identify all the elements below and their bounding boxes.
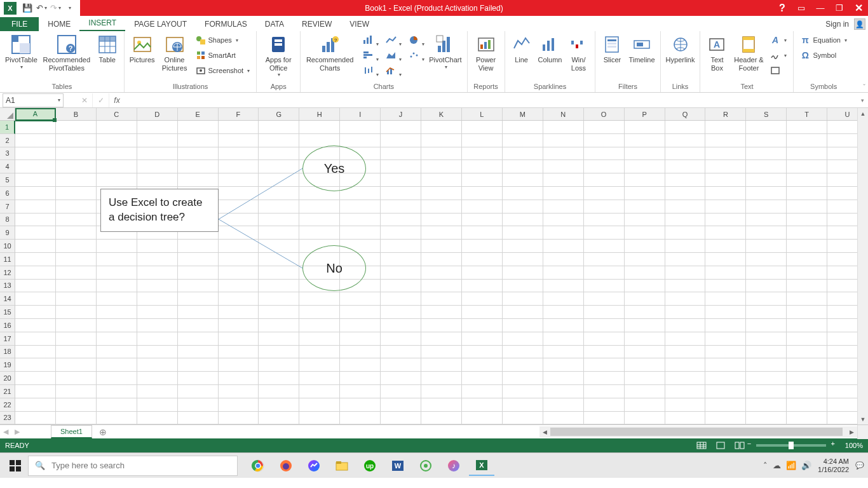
column-header-H[interactable]: H (299, 108, 340, 120)
row-header-16[interactable]: 16 (0, 319, 15, 332)
cell-G14[interactable] (259, 292, 299, 306)
cell-M9[interactable] (503, 226, 543, 240)
wordart-button[interactable]: A▾ (768, 33, 789, 47)
cell-D5[interactable] (137, 173, 178, 187)
cell-L3[interactable] (462, 147, 503, 161)
column-header-I[interactable]: I (340, 108, 381, 120)
cell-E17[interactable] (178, 332, 219, 346)
cell-I2[interactable] (340, 134, 381, 147)
cell-R16[interactable] (705, 319, 746, 332)
cell-K18[interactable] (421, 346, 462, 359)
cell-H18[interactable] (299, 346, 340, 359)
no-oval[interactable]: No (302, 245, 366, 291)
cell-C14[interactable] (97, 292, 137, 306)
cell-L19[interactable] (462, 358, 503, 372)
minimize-button[interactable]: — (811, 0, 830, 16)
cell-J9[interactable] (381, 226, 421, 240)
cell-C5[interactable] (97, 173, 137, 187)
cell-S10[interactable] (746, 240, 787, 253)
cell-N4[interactable] (543, 160, 584, 173)
cell-B13[interactable] (56, 280, 97, 293)
cell-Q3[interactable] (665, 147, 706, 161)
row-header-3[interactable]: 3 (0, 147, 15, 161)
cell-D12[interactable] (137, 266, 178, 280)
cell-D23[interactable] (137, 412, 178, 424)
column-header-G[interactable]: G (259, 108, 299, 120)
cell-N11[interactable] (543, 253, 584, 266)
cell-N5[interactable] (543, 173, 584, 187)
redo-button[interactable]: ↷▾ (48, 1, 62, 15)
cell-M10[interactable] (503, 240, 543, 253)
cell-L6[interactable] (462, 187, 503, 200)
cell-K15[interactable] (421, 306, 462, 319)
cell-O8[interactable] (584, 214, 625, 227)
cell-B11[interactable] (56, 253, 97, 266)
save-button[interactable]: 💾 (20, 1, 34, 15)
cell-H22[interactable] (299, 398, 340, 412)
cell-D15[interactable] (137, 306, 178, 319)
cell-I15[interactable] (340, 306, 381, 319)
cell-T5[interactable] (787, 173, 827, 187)
cell-R14[interactable] (705, 292, 746, 306)
taskbar-excel[interactable]: X (469, 456, 494, 476)
cell-E23[interactable] (178, 412, 219, 424)
cell-S6[interactable] (746, 187, 787, 200)
column-header-D[interactable]: D (137, 108, 178, 120)
cell-K6[interactable] (421, 187, 462, 200)
cell-F16[interactable] (219, 319, 259, 332)
cell-K9[interactable] (421, 226, 462, 240)
cell-L17[interactable] (462, 332, 503, 346)
cell-E18[interactable] (178, 346, 219, 359)
cell-P4[interactable] (625, 160, 665, 173)
column-header-O[interactable]: O (584, 108, 625, 120)
cell-J21[interactable] (381, 385, 421, 398)
cell-S2[interactable] (746, 134, 787, 147)
cell-N15[interactable] (543, 306, 584, 319)
cell-F23[interactable] (219, 412, 259, 424)
cell-I1[interactable] (340, 121, 381, 134)
cell-R18[interactable] (705, 346, 746, 359)
tab-review[interactable]: REVIEW (293, 17, 341, 31)
screenshot-button[interactable]: Screenshot▾ (193, 64, 253, 78)
cell-T7[interactable] (787, 200, 827, 214)
cell-P22[interactable] (625, 398, 665, 412)
cell-R13[interactable] (705, 280, 746, 293)
cell-R1[interactable] (705, 121, 746, 134)
cell-G4[interactable] (259, 160, 299, 173)
cell-T13[interactable] (787, 280, 827, 293)
cell-I8[interactable] (340, 214, 381, 227)
page-layout-view-button[interactable] (714, 440, 727, 451)
cell-C1[interactable] (97, 121, 137, 134)
cell-I20[interactable] (340, 372, 381, 385)
cell-N14[interactable] (543, 292, 584, 306)
row-header-6[interactable]: 6 (0, 187, 15, 200)
cell-T23[interactable] (787, 412, 827, 424)
cell-B18[interactable] (56, 346, 97, 359)
cell-S1[interactable] (746, 121, 787, 134)
cell-A15[interactable] (15, 306, 56, 319)
cell-A13[interactable] (15, 280, 56, 293)
help-button[interactable]: ? (773, 0, 792, 16)
cell-R17[interactable] (705, 332, 746, 346)
cell-L12[interactable] (462, 266, 503, 280)
cell-O13[interactable] (584, 280, 625, 293)
cell-O14[interactable] (584, 292, 625, 306)
cell-S23[interactable] (746, 412, 787, 424)
cell-K17[interactable] (421, 332, 462, 346)
sparkline-winloss-button[interactable]: Win/ Loss (566, 33, 591, 72)
cell-H15[interactable] (299, 306, 340, 319)
cell-E3[interactable] (178, 147, 219, 161)
cell-N21[interactable] (543, 385, 584, 398)
cell-E2[interactable] (178, 134, 219, 147)
cell-B16[interactable] (56, 319, 97, 332)
cell-K10[interactable] (421, 240, 462, 253)
cell-M14[interactable] (503, 292, 543, 306)
cell-A7[interactable] (15, 200, 56, 214)
cell-Q5[interactable] (665, 173, 706, 187)
scroll-up-icon[interactable]: ▲ (858, 108, 868, 119)
cell-O9[interactable] (584, 226, 625, 240)
row-header-22[interactable]: 22 (0, 398, 15, 412)
shapes-button[interactable]: Shapes▾ (193, 33, 253, 47)
cell-B14[interactable] (56, 292, 97, 306)
cell-O11[interactable] (584, 253, 625, 266)
